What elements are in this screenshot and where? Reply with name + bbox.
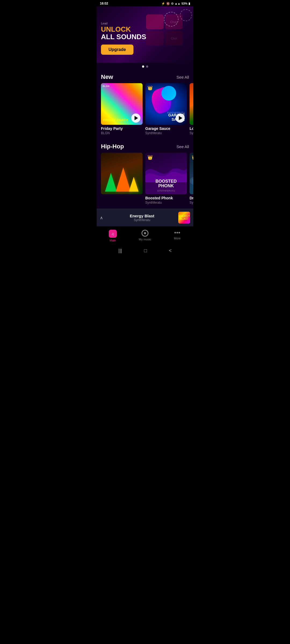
card-cones xyxy=(101,153,143,204)
nav-my-music-label: My music xyxy=(139,238,151,241)
card-sub-garage: Synthferatu xyxy=(145,131,187,135)
play-garage-sauce[interactable] xyxy=(176,114,185,123)
np-artist: Synthferatu xyxy=(106,218,178,222)
blob-shape-2 xyxy=(161,86,176,101)
new-see-all[interactable]: See All xyxy=(176,75,189,79)
hero-title-sub: ALL SOUNDS xyxy=(101,33,189,41)
card-garage-sauce: 👑 SYNTHFERATU GARAGESAUCE Garage Sauce S… xyxy=(145,83,187,135)
dot-1[interactable] xyxy=(142,65,144,68)
np-thumbnail: ENERGYBLAST xyxy=(178,212,190,224)
art-lofi-xmas: SYNTHFERATU LO-FIXMAS xyxy=(190,83,193,125)
bottom-nav: ♫ Main My music ••• More xyxy=(97,226,193,245)
art-lofi-bg xyxy=(190,83,193,125)
art-friday-label: FRIDAY PARTY xyxy=(103,118,128,122)
new-cards-row: BLGN FRIDAY PARTY Friday Party BLGN 👑 SY… xyxy=(97,83,193,139)
status-bar: 16:02 ⚡ 🔇 ⊙ ▲▲ 53% ▮ xyxy=(97,0,193,6)
art-friday-brand: BLGN xyxy=(103,85,110,87)
recents-button[interactable]: ||| xyxy=(118,248,122,254)
now-playing-bar[interactable]: ∧ Energy Blast Synthferatu ENERGYBLAST xyxy=(97,209,193,226)
np-thumb-label: ENERGYBLAST xyxy=(179,215,190,220)
card-title-drift: Drift Phonk xyxy=(190,196,193,200)
card-title-boosted: Boosted Phonk xyxy=(145,196,187,200)
art-drift-phonk: 👑 SYNTH DRIFTPHO... xyxy=(190,153,193,194)
card-sub-drift: Synthferatu xyxy=(190,201,193,204)
art-cones xyxy=(101,153,143,194)
system-nav: ||| □ < xyxy=(97,245,193,258)
hiphop-cards-row: 👑 BOOSTEDPHONK SYNTHFERATU Boosted Phonk… xyxy=(97,153,193,209)
battery-text: 53% xyxy=(182,2,187,5)
nav-more-label: More xyxy=(174,237,180,240)
nav-main[interactable]: ♫ Main xyxy=(97,229,129,243)
hiphop-section-header: Hip-Hop See All xyxy=(97,139,193,153)
home-button[interactable]: □ xyxy=(144,248,147,254)
music-note-icon: ♫ xyxy=(111,232,114,236)
np-info: Energy Blast Synthferatu xyxy=(106,214,178,222)
art-friday-party: BLGN FRIDAY PARTY xyxy=(101,83,143,125)
hiphop-see-all[interactable]: See All xyxy=(176,144,189,149)
status-time: 16:02 xyxy=(100,2,108,5)
main-content: New See All BLGN FRIDAY PARTY Friday Par… xyxy=(97,70,193,209)
cone-shape-3 xyxy=(129,177,139,192)
np-expand-icon: ∧ xyxy=(100,215,103,220)
hero-dashed-circle2 xyxy=(180,9,192,21)
more-dots-icon: ••• xyxy=(174,230,180,236)
card-title-lofi: Lo-Fi Xmas xyxy=(190,126,193,131)
dot-2[interactable] xyxy=(146,65,148,68)
card-title-garage: Garage Sauce xyxy=(145,126,187,131)
art-garage-sauce: 👑 SYNTHFERATU GARAGESAUCE xyxy=(145,83,187,125)
hero-label: Lead xyxy=(101,22,189,25)
art-boosted-phonk: 👑 BOOSTEDPHONK SYNTHFERATU xyxy=(145,153,187,194)
card-sub-friday: BLGN xyxy=(101,131,143,135)
art-boosted-brand: SYNTHFERATU xyxy=(157,189,175,192)
nav-more[interactable]: ••• More xyxy=(161,229,193,243)
signal-icon: ▲▲ xyxy=(175,2,180,5)
status-icons: ⚡ 🔇 ⊙ ▲▲ 53% ▮ xyxy=(161,2,190,5)
card-lofi-xmas: SYNTHFERATU LO-FIXMAS Lo-Fi Xmas Synthfe… xyxy=(190,83,193,135)
art-boosted-title: BOOSTEDPHONK xyxy=(155,179,177,188)
mute-icon: 🔇 xyxy=(166,2,170,5)
vinyl-inner-dot xyxy=(144,232,146,234)
card-boosted-phonk: 👑 BOOSTEDPHONK SYNTHFERATU Boosted Phonk… xyxy=(145,153,187,204)
main-icon: ♫ xyxy=(109,230,117,238)
hiphop-section-title: Hip-Hop xyxy=(101,143,124,150)
card-sub-lofi: Synthferatu xyxy=(190,131,193,135)
wifi-icon: ⊙ xyxy=(171,2,173,5)
play-triangle-icon xyxy=(135,116,138,120)
hero-banner: Choir Choi Lead UNLOCK ALL SOUNDS Upgrad… xyxy=(97,6,193,63)
card-title-friday: Friday Party xyxy=(101,126,143,131)
crown-badge-garage: 👑 xyxy=(147,85,153,90)
hero-content: Lead UNLOCK ALL SOUNDS Upgrade xyxy=(101,22,189,55)
card-friday-party: BLGN FRIDAY PARTY Friday Party BLGN xyxy=(101,83,143,135)
upgrade-button[interactable]: Upgrade xyxy=(101,45,133,55)
play-triangle-icon-2 xyxy=(179,116,182,120)
nav-my-music[interactable]: My music xyxy=(129,229,161,243)
play-friday-party[interactable] xyxy=(131,114,140,123)
nav-main-label: Main xyxy=(110,239,116,242)
carousel-dots xyxy=(97,63,193,70)
np-thumb-art: ENERGYBLAST xyxy=(178,212,190,224)
np-title: Energy Blast xyxy=(106,214,178,218)
cone-shape-1 xyxy=(105,173,117,192)
crown-badge-boosted: 👑 xyxy=(147,155,153,160)
crown-badge-drift: 👑 xyxy=(192,155,193,160)
cone-shape-2 xyxy=(116,167,131,192)
back-button[interactable]: < xyxy=(169,248,172,254)
new-section-header: New See All xyxy=(97,70,193,83)
vinyl-icon xyxy=(142,230,148,237)
card-sub-boosted: Synthferatu xyxy=(145,201,187,204)
hero-title-unlock: UNLOCK xyxy=(101,25,189,33)
battery-icon: ▮ xyxy=(189,2,190,5)
new-section-title: New xyxy=(101,74,113,80)
card-drift-phonk: 👑 SYNTH DRIFTPHO... Drift Phonk Synthfer… xyxy=(190,153,193,204)
bluetooth-icon: ⚡ xyxy=(161,2,165,5)
